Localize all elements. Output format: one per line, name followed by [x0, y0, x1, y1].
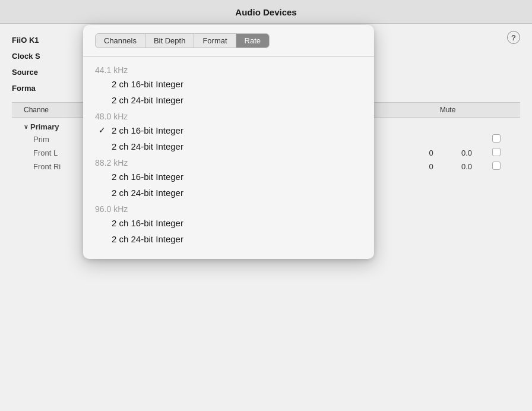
rate-item-480-16[interactable]: 2 ch 16-bit Integer	[95, 122, 362, 138]
frontl-db: 0.0	[449, 148, 484, 157]
popup-divider	[83, 56, 374, 57]
frontr-db: 0.0	[449, 162, 484, 171]
dropdown-popup: Channels Bit Depth Format Rate 44.1 kHz …	[83, 25, 374, 259]
segmented-control[interactable]: Channels Bit Depth Format Rate	[95, 33, 270, 48]
window-title: Audio Devices	[235, 7, 296, 17]
seg-channels[interactable]: Channels	[96, 34, 145, 48]
frontr-value: 0	[413, 162, 449, 171]
rate-item-882-16[interactable]: 2 ch 16-bit Integer	[95, 169, 362, 185]
help-button[interactable]: ?	[507, 31, 520, 44]
title-bar: Audio Devices	[0, 0, 532, 24]
primary-label: Primary	[30, 122, 59, 131]
clock-label: Clock S	[12, 52, 59, 61]
seg-format[interactable]: Format	[194, 34, 236, 48]
rate-list: 44.1 kHz 2 ch 16-bit Integer 2 ch 24-bit…	[83, 62, 374, 247]
rate-item-480-24[interactable]: 2 ch 24-bit Integer	[95, 138, 362, 154]
format-label: Forma	[12, 84, 59, 93]
rate-group-882: 88.2 kHz	[95, 154, 362, 169]
source-label: Source	[12, 68, 59, 77]
rate-item-441-24[interactable]: 2 ch 24-bit Integer	[95, 92, 362, 108]
rate-item-441-16[interactable]: 2 ch 16-bit Integer	[95, 76, 362, 92]
chevron-icon: ∨	[24, 124, 28, 130]
frontl-value: 0	[413, 148, 449, 157]
rate-item-882-24[interactable]: 2 ch 24-bit Integer	[95, 185, 362, 201]
prim-checkbox[interactable]	[484, 134, 508, 144]
rate-item-960-24[interactable]: 2 ch 24-bit Integer	[95, 231, 362, 247]
rate-group-441: 44.1 kHz	[95, 62, 362, 76]
checkbox-box[interactable]	[492, 134, 501, 143]
rate-item-960-16[interactable]: 2 ch 16-bit Integer	[95, 215, 362, 231]
rate-group-480: 48.0 kHz	[95, 108, 362, 122]
frontr-checkbox[interactable]	[484, 162, 508, 172]
device-name: FiiO K1	[12, 36, 59, 45]
checkbox-box[interactable]	[492, 148, 501, 156]
checkbox-box[interactable]	[492, 162, 501, 170]
frontl-checkbox[interactable]	[484, 148, 508, 158]
seg-bitdepth[interactable]: Bit Depth	[145, 34, 194, 48]
seg-rate[interactable]: Rate	[236, 34, 269, 48]
main-window: Audio Devices FiiO K1 Clock S Source For…	[0, 0, 532, 411]
mute-col-header: Mute	[387, 106, 508, 114]
rate-group-960: 96.0 kHz	[95, 201, 362, 215]
